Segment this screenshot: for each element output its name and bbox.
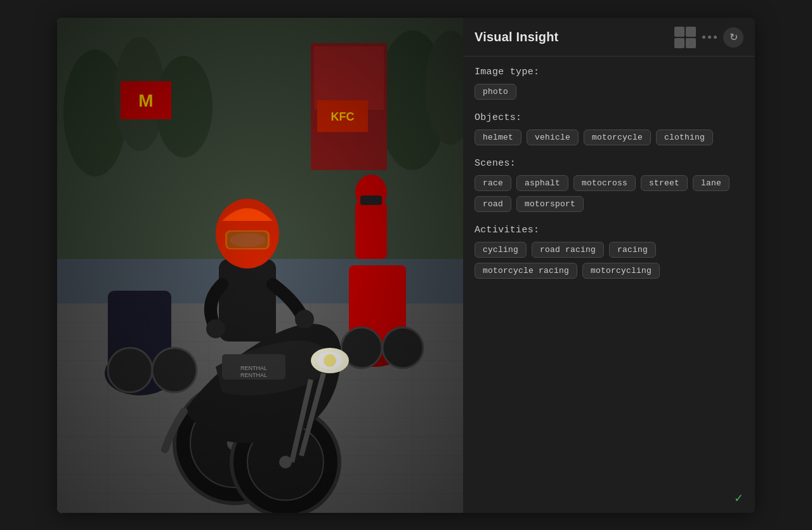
tag-helmet[interactable]: helmet	[475, 129, 521, 145]
tag-motorsport[interactable]: motorsport	[516, 196, 584, 212]
insight-body: Image type: photo Objects: helmet vehicl…	[463, 56, 755, 484]
scenes-tags: race asphalt motocross street lane road …	[475, 175, 743, 212]
refresh-button[interactable]: ↻	[723, 27, 743, 48]
objects-label: Objects:	[475, 112, 743, 123]
tag-lane[interactable]: lane	[693, 175, 730, 191]
tag-vehicle[interactable]: vehicle	[527, 129, 579, 145]
tag-asphalt[interactable]: asphalt	[516, 175, 568, 191]
image-type-tags: photo	[475, 84, 743, 100]
motorcycle-image: KFC M	[57, 18, 463, 513]
tag-motocross[interactable]: motocross	[573, 175, 636, 191]
image-panel: KFC M	[57, 18, 463, 513]
activities-label: Activities:	[475, 225, 743, 235]
tag-cycling[interactable]: cycling	[475, 242, 527, 258]
tag-road[interactable]: road	[475, 196, 511, 212]
svg-rect-63	[57, 18, 463, 513]
tag-clothing[interactable]: clothing	[656, 129, 713, 145]
objects-section: Objects: helmet vehicle motorcycle cloth…	[475, 112, 743, 145]
insight-header: Visual Insight ↻	[463, 18, 755, 56]
tag-photo[interactable]: photo	[475, 84, 516, 100]
scenes-section: Scenes: race asphalt motocross street la…	[475, 158, 743, 212]
tag-motorcycle-racing[interactable]: motorcycle racing	[475, 263, 577, 279]
tag-motorcycling[interactable]: motorcycling	[582, 263, 660, 279]
image-type-section: Image type: photo	[475, 67, 743, 100]
insight-panel: Visual Insight ↻	[463, 18, 755, 513]
objects-tags: helmet vehicle motorcycle clothing	[475, 129, 743, 145]
tag-racing[interactable]: racing	[609, 242, 656, 258]
insight-title: Visual Insight	[475, 30, 558, 44]
tag-road-racing[interactable]: road racing	[532, 242, 604, 258]
main-container: KFC M	[57, 18, 755, 513]
activities-section: Activities: cycling road racing racing m…	[475, 225, 743, 279]
image-type-label: Image type:	[475, 67, 743, 77]
scenes-label: Scenes:	[475, 158, 743, 169]
tag-race[interactable]: race	[475, 175, 511, 191]
tag-motorcycle[interactable]: motorcycle	[584, 129, 651, 145]
tag-street[interactable]: street	[641, 175, 688, 191]
grid-icon	[674, 27, 696, 48]
more-icon	[702, 36, 717, 39]
activities-tags: cycling road racing racing motorcycle ra…	[475, 242, 743, 279]
check-icon: ✓	[734, 491, 743, 505]
bottom-check: ✓	[463, 484, 755, 513]
